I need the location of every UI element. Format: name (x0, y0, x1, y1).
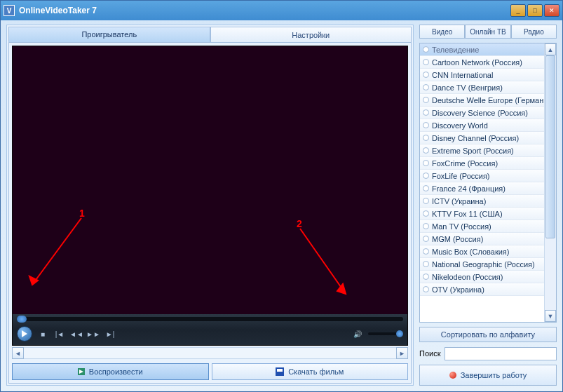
app-title: OnlineVideoTaker 7 (19, 6, 97, 15)
svg-line-2 (300, 229, 346, 294)
play-small-icon (78, 368, 85, 375)
video-area[interactable]: 1 2 (13, 46, 407, 314)
channel-label: France 24 (Франция) (432, 184, 506, 193)
quit-label: Завершить работу (461, 371, 527, 379)
list-item[interactable]: FoxCrime (Россия) (420, 157, 544, 170)
seek-thumb[interactable] (17, 316, 27, 323)
list-item[interactable]: Music Box (Словакия) (420, 245, 544, 258)
list-item[interactable]: Телевидение (420, 43, 544, 56)
tab-video[interactable]: Видео (419, 25, 465, 38)
radio-icon (423, 97, 429, 103)
tab-online-tv[interactable]: Онлайн ТВ (465, 25, 510, 38)
radio-icon (423, 248, 429, 255)
volume-thumb[interactable] (396, 330, 403, 337)
right-pane: Видео Онлайн ТВ Радио ТелевидениеCartoon… (419, 25, 557, 386)
play-action-button[interactable]: Воспроизвести (12, 363, 209, 380)
hscroll-track[interactable] (24, 347, 396, 359)
radio-icon (423, 122, 429, 128)
record-dot-icon (449, 372, 456, 379)
volume-slider[interactable] (368, 332, 403, 335)
radio-icon (423, 46, 429, 53)
prev-button[interactable]: |◄ (53, 327, 66, 340)
channel-label: Extreme Sport (Россия) (432, 147, 514, 155)
list-item[interactable]: KTTV Fox 11 (США) (420, 208, 544, 220)
close-button[interactable]: ✕ (544, 4, 559, 17)
minimize-button[interactable]: _ (510, 4, 526, 17)
tab-radio[interactable]: Радио (511, 25, 557, 38)
app-icon: V (4, 5, 15, 16)
radio-icon (423, 273, 429, 280)
vscroll-up-icon[interactable]: ▲ (545, 43, 556, 55)
list-item[interactable]: Extreme Sport (Россия) (420, 144, 544, 157)
play-icon (22, 330, 27, 337)
list-item[interactable]: Deutsche Welle Europe (Германия) (420, 94, 544, 107)
hscroll-right-icon[interactable]: ► (396, 347, 408, 359)
vscrollbar[interactable]: ▲ ▼ (544, 43, 556, 322)
main-tabstrip: Проигрыватель Настройки (8, 27, 412, 42)
list-item[interactable]: CNN International (420, 69, 544, 81)
svg-marker-1 (29, 276, 38, 285)
list-item[interactable]: National Geographic (Россия) (420, 258, 544, 271)
vscroll-thumb[interactable] (545, 55, 555, 238)
hscrollbar[interactable]: ◄ ► (12, 347, 408, 359)
client-area: Проигрыватель Настройки 1 2 (1, 20, 562, 391)
download-button[interactable]: Скачать фильм (212, 363, 409, 380)
hscroll-left-icon[interactable]: ◄ (12, 347, 24, 359)
seek-bar[interactable] (17, 317, 403, 321)
save-icon (276, 367, 284, 376)
channel-list[interactable]: ТелевидениеCartoon Network (Россия)CNN I… (420, 43, 544, 322)
tab-settings[interactable]: Настройки (210, 27, 412, 42)
list-item[interactable]: Dance TV (Венгрия) (420, 81, 544, 94)
download-label: Скачать фильм (288, 367, 344, 376)
arrow-1-icon (27, 215, 86, 292)
radio-icon (423, 210, 429, 217)
maximize-button[interactable]: □ (527, 4, 543, 17)
channel-label: FoxCrime (Россия) (432, 159, 498, 168)
radio-icon (423, 59, 429, 65)
channel-label: CNN International (432, 71, 493, 79)
channel-label: KTTV Fox 11 (США) (432, 210, 503, 218)
list-item[interactable]: France 24 (Франция) (420, 182, 544, 195)
list-item[interactable]: Disney Channel (Россия) (420, 132, 544, 144)
radio-icon (423, 236, 429, 242)
stop-button[interactable]: ■ (36, 327, 49, 340)
channel-label: Deutsche Welle Europe (Германия) (432, 96, 544, 104)
radio-icon (423, 147, 429, 154)
radio-icon (423, 84, 429, 90)
channel-label: Cartoon Network (Россия) (432, 58, 522, 67)
list-item[interactable]: Man TV (Россия) (420, 220, 544, 233)
rewind-button[interactable]: ◄◄ (70, 327, 83, 340)
list-item[interactable]: Discovery Science (Россия) (420, 107, 544, 119)
next-button[interactable]: ►| (104, 327, 116, 340)
left-pane: Проигрыватель Настройки 1 2 (6, 25, 414, 386)
tab-player[interactable]: Проигрыватель (8, 27, 210, 42)
forward-button[interactable]: ►► (87, 327, 100, 340)
list-item[interactable]: ICTV (Украина) (420, 195, 544, 208)
list-item[interactable]: Cartoon Network (Россия) (420, 56, 544, 69)
app-window: V OnlineVideoTaker 7 _ □ ✕ Проигрыватель… (0, 0, 563, 392)
list-item[interactable]: Nikelodeon (Россия) (420, 271, 544, 283)
channel-label: OTV (Украина) (432, 285, 484, 294)
svg-marker-5 (79, 370, 83, 374)
list-item[interactable]: MGM (Россия) (420, 233, 544, 245)
channel-label: ICTV (Украина) (432, 197, 486, 205)
sort-button[interactable]: Сортировать по алфавиту (419, 327, 557, 342)
radio-icon (423, 160, 429, 166)
list-item[interactable]: FoxLife (Россия) (420, 170, 544, 182)
search-input[interactable] (445, 347, 557, 360)
channel-label: National Geographic (Россия) (432, 260, 535, 269)
vscroll-track[interactable] (545, 55, 556, 310)
video-player: 1 2 (12, 46, 408, 346)
titlebar[interactable]: V OnlineVideoTaker 7 _ □ ✕ (1, 1, 562, 20)
radio-icon (423, 261, 429, 267)
quit-button[interactable]: Завершить работу (419, 365, 557, 386)
volume-icon[interactable]: 🔊 (351, 327, 364, 340)
radio-icon (423, 109, 429, 116)
list-item[interactable]: Discovery World (420, 119, 544, 132)
list-item[interactable]: OTV (Украина) (420, 283, 544, 296)
svg-marker-4 (22, 330, 27, 337)
channel-label: Disney Channel (Россия) (432, 134, 519, 142)
play-button[interactable] (17, 326, 32, 342)
play-action-label: Воспроизвести (89, 367, 143, 376)
vscroll-down-icon[interactable]: ▼ (545, 310, 556, 322)
